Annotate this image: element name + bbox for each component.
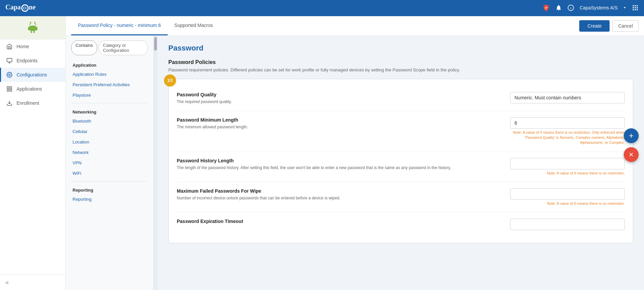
form-row-expiry: Password Expiration Timeout	[177, 213, 625, 236]
fab-add-button[interactable]: +	[624, 128, 639, 143]
configurations-icon	[6, 72, 12, 78]
input-expiry[interactable]	[510, 219, 625, 230]
dropdown-icon	[623, 6, 626, 9]
input-max-failed[interactable]	[510, 188, 625, 200]
filter-tab-category[interactable]: Category or Configuration	[99, 40, 148, 55]
input-history[interactable]	[510, 158, 625, 169]
label-history: Password History Length	[177, 158, 502, 163]
form-label-group-expiry: Password Expiration Timeout	[177, 219, 502, 225]
svg-rect-18	[33, 31, 35, 33]
subsection-title: Password Policies	[168, 59, 633, 65]
desc-min-length: The minimum allowed password length.	[177, 124, 502, 130]
svg-rect-28	[10, 87, 12, 88]
svg-point-21	[30, 22, 31, 23]
left-nav-persistent[interactable]: Persistent Preferred Activities	[66, 79, 153, 90]
label-max-failed: Maximum Failed Passwords For Wipe	[177, 188, 502, 194]
scrollbar-thumb	[154, 37, 157, 51]
desc-history: The length of the password history. Afte…	[177, 165, 502, 171]
sidebar-bottom: «	[0, 275, 65, 290]
page-title: Password	[168, 44, 633, 53]
svg-rect-29	[7, 90, 9, 91]
main-content: Password Policy - numeric - minimum 6 Su…	[66, 16, 644, 290]
svg-rect-7	[635, 7, 636, 8]
left-panel-scrollbar[interactable]	[153, 36, 158, 290]
right-panel: Password Password Policies Password requ…	[158, 36, 644, 290]
form-label-group-max-failed: Maximum Failed Passwords For Wipe Number…	[177, 188, 502, 201]
label-min-length: Password Minimum Length	[177, 117, 502, 123]
svg-rect-10	[635, 9, 636, 10]
control-min-length: Note: A value of 0 means there is no res…	[510, 117, 625, 146]
svg-rect-4	[635, 5, 636, 6]
info-icon[interactable]	[567, 4, 574, 11]
sidebar-label-applications: Applications	[17, 86, 42, 92]
control-max-failed: Note: A value of 0 means there is no res…	[510, 188, 625, 206]
tab-profile[interactable]: Password Policy - numeric - minimum 6	[71, 16, 168, 35]
left-section-reporting: Reporting	[66, 184, 153, 194]
config-header-actions: Create Cancel	[579, 20, 639, 32]
left-panel: Contains Category or Configuration Appli…	[66, 36, 153, 290]
left-panel-list: Application Application Rules Persistent…	[66, 55, 153, 208]
left-nav-playstore[interactable]: Playstore	[66, 90, 153, 100]
input-min-length[interactable]	[510, 117, 625, 129]
left-nav-location[interactable]: Location	[66, 137, 153, 147]
svg-rect-6	[633, 7, 634, 8]
company-name: CapaSystems A/S	[580, 5, 618, 10]
left-nav-cellular[interactable]: Cellular	[66, 126, 153, 137]
form-label-group-history: Password History Length The length of th…	[177, 158, 502, 171]
bell-icon[interactable]	[555, 4, 562, 11]
svg-rect-27	[7, 87, 9, 88]
home-icon	[6, 43, 12, 50]
desc-max-failed: Number of incorrect device-unlock passwo…	[177, 195, 502, 201]
sidebar: Home Endpoints Configurations Applicatio…	[0, 16, 66, 290]
shield-icon[interactable]	[542, 4, 550, 11]
left-nav-wifi[interactable]: WiFi	[66, 168, 153, 179]
left-nav-app-rules[interactable]: Application Rules	[66, 69, 153, 79]
filter-tabs: Contains Category or Configuration	[66, 36, 153, 55]
form-row-history: Password History Length The length of th…	[177, 152, 625, 182]
sidebar-item-enrollment[interactable]: Enrollment	[0, 96, 65, 110]
sidebar-android-header	[0, 16, 65, 39]
sidebar-collapse-button[interactable]: «	[5, 279, 9, 286]
grid-icon[interactable]	[632, 4, 639, 11]
left-nav-bluetooth[interactable]: Bluetooth	[66, 116, 153, 126]
svg-rect-5	[637, 5, 638, 6]
policy-badge: 1/1	[164, 74, 176, 87]
note-history: Note: A value of 0 means there is no res…	[510, 171, 625, 176]
middle-section: Contains Category or Configuration Appli…	[66, 36, 644, 290]
sidebar-item-applications[interactable]: Applications	[0, 82, 65, 96]
subsection-desc: Password requirement policies. Different…	[168, 67, 633, 73]
fab-remove-button[interactable]: ×	[624, 147, 639, 162]
create-button[interactable]: Create	[579, 20, 610, 32]
left-section-networking: Networking	[66, 106, 153, 116]
endpoints-icon	[6, 58, 12, 64]
form-row-quality: Password Quality The required password q…	[177, 86, 625, 111]
left-nav-network[interactable]: Network	[66, 147, 153, 158]
svg-rect-30	[10, 90, 12, 91]
input-quality[interactable]	[510, 92, 625, 103]
sidebar-label-endpoints: Endpoints	[17, 58, 37, 63]
label-expiry: Password Expiration Timeout	[177, 219, 502, 224]
filter-tab-contains[interactable]: Contains	[71, 40, 97, 55]
divider-2	[71, 181, 148, 182]
left-nav-reporting[interactable]: Reporting	[66, 194, 153, 204]
sidebar-label-enrollment: Enrollment	[17, 100, 39, 106]
form-label-group-min-length: Password Minimum Length The minimum allo…	[177, 117, 502, 130]
fab-container: + ×	[624, 128, 639, 162]
svg-rect-16	[36, 27, 37, 30]
label-quality: Password Quality	[177, 92, 502, 97]
left-nav-vpn[interactable]: VPN	[66, 158, 153, 168]
sidebar-item-configurations[interactable]: Configurations	[0, 68, 65, 82]
android-icon	[26, 21, 39, 34]
svg-rect-11	[637, 9, 638, 10]
svg-rect-8	[637, 7, 638, 8]
applications-icon	[6, 86, 12, 92]
control-quality	[510, 92, 625, 103]
cancel-button[interactable]: Cancel	[612, 20, 639, 32]
logo: CapaOne	[5, 3, 36, 11]
main-layout: Home Endpoints Configurations Applicatio…	[0, 16, 644, 290]
sidebar-item-endpoints[interactable]: Endpoints	[0, 54, 65, 68]
tab-macros[interactable]: Supported Macros	[168, 16, 220, 35]
svg-point-26	[9, 74, 10, 76]
sidebar-item-home[interactable]: Home	[0, 39, 65, 54]
left-section-application: Application	[66, 59, 153, 69]
